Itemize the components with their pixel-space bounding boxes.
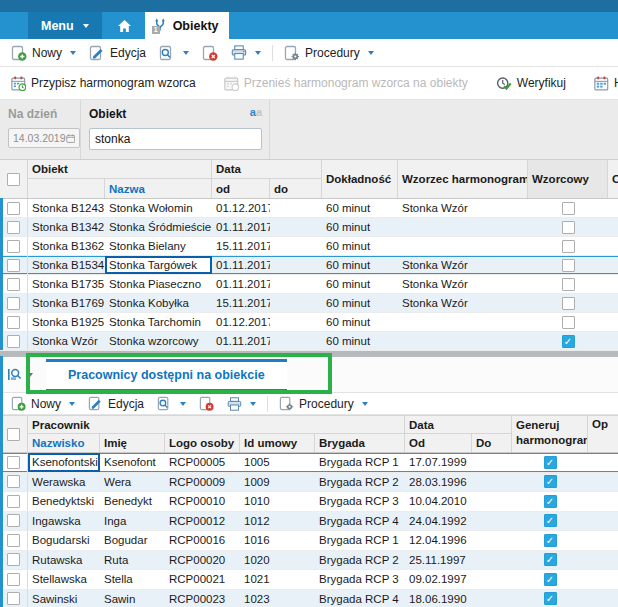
column-header-data[interactable]: Data [212, 160, 322, 179]
row-select-checkbox[interactable] [0, 551, 28, 570]
transfer-template-button[interactable]: Przenieś harmonogram wzorca na obiekty [219, 74, 473, 93]
row-select-checkbox[interactable] [0, 332, 28, 350]
is-template-checkbox[interactable] [528, 275, 608, 293]
column-header-do[interactable]: do [270, 179, 322, 198]
column-header-obiekt[interactable]: Obiekt [28, 160, 212, 179]
is-template-checkbox[interactable] [528, 294, 608, 312]
edit-button[interactable]: Edycja [83, 394, 149, 413]
generate-schedule-checkbox[interactable]: ✓ [512, 570, 588, 589]
column-header-id-umowy[interactable]: Id umowy [240, 434, 315, 452]
column-header-data[interactable]: Data [405, 416, 512, 434]
employee-row[interactable]: SawinskiSawinRCP000231023Brygada RCP 418… [0, 590, 618, 607]
search-button[interactable] [154, 43, 194, 63]
object-row[interactable]: Stonka B1735Stonka Piaseczno01.11.201760… [0, 275, 618, 294]
column-header-generuj[interactable]: Generuj harmonogram [512, 416, 588, 452]
is-template-checkbox[interactable] [528, 199, 608, 217]
is-template-checkbox[interactable] [528, 237, 608, 255]
employee-row[interactable]: BenedyktskiBenedyktRCP000101010Brygada R… [0, 492, 618, 512]
search-button[interactable] [152, 394, 191, 413]
select-all-checkbox[interactable] [0, 416, 28, 452]
printer-icon [227, 397, 242, 411]
column-header-od[interactable]: od [212, 179, 270, 198]
object-name-cell: Stonka Targówek [105, 256, 212, 274]
generate-schedule-checkbox[interactable]: ✓ [512, 531, 588, 550]
generate-schedule-checkbox[interactable]: ✓ [512, 453, 588, 472]
column-header-brygada[interactable]: Brygada [315, 434, 405, 452]
employee-row[interactable]: RutawskaRutaRCP000201020Brygada RCP 225.… [0, 551, 618, 571]
search-icon [159, 45, 175, 61]
row-select-checkbox[interactable] [0, 199, 28, 217]
column-header-wzorzec[interactable]: Wzorzec harmonogramu [398, 160, 528, 198]
generate-schedule-checkbox[interactable]: ✓ [512, 551, 588, 570]
verify-button[interactable]: Weryfikuj [491, 74, 571, 93]
brigade-cell: Brygada RCP 1 [315, 531, 405, 550]
row-select-checkbox[interactable] [0, 531, 28, 550]
employee-row[interactable]: WerawskaWeraRCP000091009Brygada RCP 228.… [0, 473, 618, 493]
new-button[interactable]: Nowy [6, 394, 80, 413]
match-case-icon[interactable]: aa [250, 106, 262, 118]
date-filter-input[interactable]: 14.03.2019 [8, 128, 80, 148]
object-row[interactable]: Stonka B1243Stonka Wołomin01.12.201760 m… [0, 199, 618, 218]
employee-row[interactable]: StellawskaStellaRCP000211021Brygada RCP … [0, 570, 618, 590]
template-name-cell: Stonka Wzór [398, 294, 528, 312]
assign-template-button[interactable]: Przypisz harmonogram wzorca [6, 74, 201, 93]
row-select-checkbox[interactable] [0, 256, 28, 274]
row-select-checkbox[interactable] [0, 453, 28, 472]
search-panel-button[interactable] [7, 367, 33, 382]
menu-button[interactable]: Menu [28, 12, 102, 39]
column-header-extra[interactable]: Op [588, 416, 618, 452]
home-button[interactable] [117, 12, 132, 39]
tab-pracownicy-dostepni[interactable]: Pracownicy dostępni na obiekcie [46, 359, 287, 391]
select-all-checkbox[interactable] [0, 160, 28, 198]
column-header-dokladnosc[interactable]: Dokładność [322, 160, 398, 198]
column-header-imie[interactable]: Imię [100, 434, 165, 452]
column-header-logo[interactable]: Logo osoby [165, 434, 240, 452]
generate-schedule-checkbox[interactable]: ✓ [512, 590, 588, 607]
object-row[interactable]: Stonka B1342Stonka Śródmieście01.11.2017… [0, 218, 618, 237]
row-select-checkbox[interactable] [0, 492, 28, 511]
row-select-checkbox[interactable] [0, 512, 28, 531]
row-select-checkbox[interactable] [0, 473, 28, 492]
is-template-checkbox[interactable] [528, 256, 608, 274]
new-button[interactable]: Nowy [6, 43, 81, 63]
is-template-checkbox[interactable] [528, 218, 608, 236]
is-template-checkbox[interactable]: ✓ [528, 332, 608, 350]
object-row[interactable]: Stonka B1769Stonka Kobyłka15.11.201760 m… [0, 294, 618, 313]
row-select-checkbox[interactable] [0, 237, 28, 255]
object-filter-input[interactable] [89, 128, 262, 150]
column-header-nazwisko[interactable]: Nazwisko [28, 434, 100, 452]
column-header-do[interactable]: Do [472, 434, 512, 452]
edit-button[interactable]: Edycja [84, 43, 151, 63]
column-header-wzorcowy[interactable]: Wzorcowy [528, 160, 608, 198]
employee-row[interactable]: BogudarskiBogudarRCP000161016Brygada RCP… [0, 531, 618, 551]
column-header-od[interactable]: Od [405, 434, 472, 452]
procedures-button[interactable]: Procedury [279, 43, 379, 63]
row-select-checkbox[interactable] [0, 218, 28, 236]
row-select-checkbox[interactable] [0, 294, 28, 312]
checkbox-icon [562, 297, 575, 310]
object-row[interactable]: Stonka B1925Stonka Tarchomin01.12.201760… [0, 313, 618, 332]
generate-schedule-checkbox[interactable]: ✓ [512, 512, 588, 531]
row-select-checkbox[interactable] [0, 590, 28, 607]
is-template-checkbox[interactable] [528, 313, 608, 331]
print-button[interactable] [226, 43, 266, 62]
column-header-extra[interactable]: O [608, 160, 618, 198]
object-row[interactable]: Stonka B1362Stonka Bielany15.11.201760 m… [0, 237, 618, 256]
generate-schedule-checkbox[interactable]: ✓ [512, 492, 588, 511]
column-header-nazwa[interactable]: Nazwa [105, 179, 212, 198]
column-header-pracownik[interactable]: Pracownik [28, 416, 405, 434]
employee-row[interactable]: IngawskaIngaRCP000121012Brygada RCP 424.… [0, 512, 618, 532]
object-row[interactable]: Stonka B1534Stonka Targówek01.11.201760 … [0, 256, 618, 275]
staffing-schedule-button[interactable]: Harmonogram obsad [589, 74, 618, 93]
delete-button[interactable] [197, 43, 223, 63]
row-select-checkbox[interactable] [0, 313, 28, 331]
tab-obiekty[interactable]: 1 Obiekty [145, 12, 229, 39]
row-select-checkbox[interactable] [0, 275, 28, 293]
object-row[interactable]: Stonka WzórStonka wzorcowy01.11.201760 m… [0, 332, 618, 351]
procedures-button[interactable]: Procedury [274, 394, 373, 413]
print-button[interactable] [222, 395, 261, 413]
delete-button[interactable] [194, 394, 219, 413]
employee-row[interactable]: KsenofontskiKsenofontRCP000051005Brygada… [0, 453, 618, 473]
row-select-checkbox[interactable] [0, 570, 28, 589]
generate-schedule-checkbox[interactable]: ✓ [512, 473, 588, 492]
